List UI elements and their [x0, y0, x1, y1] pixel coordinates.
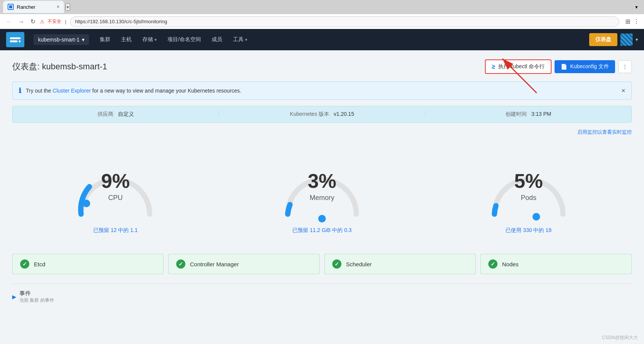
- nav-item-tools[interactable]: 工具 ▾: [228, 34, 252, 45]
- main-content: 仪表盘: kubemsb-smart-1 ≥ 执行 kubectl 命令行 📄 …: [0, 50, 644, 313]
- pods-percent: 5%: [514, 170, 543, 192]
- favicon: [8, 4, 14, 10]
- more-options-button[interactable]: ⋮: [618, 60, 632, 73]
- svg-rect-2: [8, 34, 22, 45]
- controller-manager-status-card: ✓ Controller Manager: [168, 254, 320, 274]
- header-actions: ≥ 执行 kubectl 命令行 📄 Kubeconfig 文件 ⋮: [485, 59, 632, 74]
- dashboard-button[interactable]: 仪表盘: [589, 33, 617, 46]
- nodes-status-label: Nodes: [502, 261, 518, 267]
- etcd-status-card: ✓ Etcd: [12, 254, 164, 274]
- svg-rect-5: [19, 40, 21, 42]
- separator: |: [65, 19, 66, 24]
- nav-item-hosts[interactable]: 主机: [116, 34, 136, 45]
- scheduler-status-label: Scheduler: [346, 261, 372, 267]
- kubeconfig-icon: 📄: [561, 64, 567, 70]
- cluster-explorer-link[interactable]: Cluster Explorer: [53, 88, 91, 94]
- storage-dropdown-chevron: ▾: [155, 37, 157, 42]
- user-avatar[interactable]: [620, 34, 633, 46]
- memory-sublabel: 已预留 11.2 GiB 中的 0.3: [292, 227, 352, 234]
- pods-sublabel: 已使用 330 中的 18: [505, 227, 552, 234]
- banner-close-button[interactable]: ×: [621, 87, 625, 95]
- kubectl-icon: ≥: [492, 63, 495, 70]
- app-logo: [6, 32, 24, 47]
- svg-rect-3: [10, 37, 21, 39]
- pods-gauge-text: 5% Pods: [514, 170, 543, 202]
- kubeconfig-label: Kubeconfig 文件: [570, 63, 609, 70]
- controller-manager-status-label: Controller Manager: [190, 261, 239, 267]
- info-icon: ℹ: [19, 86, 21, 95]
- events-title-group: 事件 当前 集群 的事件: [19, 290, 54, 304]
- etcd-status-label: Etcd: [34, 261, 45, 267]
- back-button[interactable]: ←: [5, 17, 14, 27]
- pods-gauge: 5% Pods 已使用 330 中的 18: [472, 149, 586, 234]
- events-title: 事件: [19, 290, 54, 297]
- etcd-status-icon: ✓: [20, 259, 29, 269]
- tab-dropdown[interactable]: ▾: [632, 3, 641, 11]
- scheduler-status-card: ✓ Scheduler: [324, 254, 476, 274]
- svg-point-8: [83, 200, 90, 207]
- browser-tab[interactable]: Rancher ×: [3, 1, 64, 13]
- kubeconfig-button[interactable]: 📄 Kubeconfig 文件: [555, 60, 615, 73]
- svg-rect-4: [10, 40, 18, 42]
- cpu-label: CPU: [101, 194, 130, 202]
- created-time-info: 创建时间 3:13 PM: [426, 111, 631, 118]
- scheduler-status-icon: ✓: [332, 259, 341, 269]
- gauges-section: 9% CPU 已预留 12 中的 1.1 3%: [12, 142, 632, 242]
- nav-right: 仪表盘 ▾: [589, 33, 638, 46]
- watermark: CSDN@慈闲大大: [602, 334, 638, 341]
- controller-manager-status-icon: ✓: [176, 259, 185, 269]
- cpu-sublabel: 已预留 12 中的 1.1: [93, 227, 138, 234]
- nav-item-projects[interactable]: 项目/命名空间: [163, 34, 206, 45]
- reload-button[interactable]: ↻: [29, 16, 37, 27]
- memory-label: Memory: [308, 194, 336, 202]
- cluster-name: kubemsb-smart-1: [38, 37, 80, 43]
- user-dropdown-chevron[interactable]: ▾: [636, 37, 638, 42]
- info-text: Try out the Cluster Explorer for a new w…: [26, 88, 241, 94]
- browser-menu-button[interactable]: ⋮: [633, 18, 639, 25]
- security-warning-icon: ⚠: [40, 19, 45, 24]
- page-title: 仪表盘: kubemsb-smart-1: [12, 61, 107, 72]
- kubectl-label: 执行 kubectl 命令行: [498, 63, 545, 70]
- cpu-gauge: 9% CPU 已预留 12 中的 1.1: [58, 149, 172, 234]
- cluster-info-bar: 供应商 自定义 Kubernetes 版本 v1.20.15 创建时间 3:13…: [12, 106, 632, 123]
- events-subtitle: 当前 集群 的事件: [19, 297, 54, 304]
- nav-item-storage[interactable]: 存储 ▾: [138, 34, 161, 45]
- memory-gauge: 3% Memory 已预留 11.2 GiB 中的 0.3: [265, 149, 379, 234]
- cpu-gauge-text: 9% CPU: [101, 170, 130, 202]
- memory-gauge-wrapper: 3% Memory: [276, 149, 368, 226]
- cpu-gauge-wrapper: 9% CPU: [70, 149, 161, 226]
- page-header: 仪表盘: kubemsb-smart-1 ≥ 执行 kubectl 命令行 📄 …: [12, 59, 632, 74]
- address-bar[interactable]: [70, 16, 619, 27]
- nodes-status-card: ✓ Nodes: [480, 254, 632, 274]
- enable-monitoring-link[interactable]: 启用监控以查看实时监控: [12, 129, 632, 136]
- svg-point-9: [318, 215, 326, 222]
- status-cards: ✓ Etcd ✓ Controller Manager ✓ Scheduler …: [12, 254, 632, 274]
- events-expand-icon: ▶: [12, 294, 16, 300]
- svg-rect-1: [9, 5, 12, 8]
- kubectl-button[interactable]: ≥ 执行 kubectl 命令行: [485, 59, 552, 74]
- nav-item-members[interactable]: 成员: [207, 34, 227, 45]
- events-section: ▶ 事件 当前 集群 的事件: [12, 283, 632, 304]
- events-header[interactable]: ▶ 事件 当前 集群 的事件: [12, 290, 632, 304]
- info-banner: ℹ Try out the Cluster Explorer for a new…: [12, 82, 632, 100]
- provider-info: 供应商 自定义: [13, 111, 219, 118]
- forward-button[interactable]: →: [17, 17, 26, 27]
- pods-gauge-wrapper: 5% Pods: [483, 149, 574, 226]
- memory-percent: 3%: [308, 170, 336, 192]
- extensions-button[interactable]: ⊞: [625, 18, 630, 25]
- k8s-version-info: Kubernetes 版本 v1.20.15: [219, 111, 425, 118]
- top-navigation: kubemsb-smart-1 ▾ 集群 主机 存储 ▾ 项目/命名空间 成员 …: [0, 29, 644, 50]
- tools-dropdown-chevron: ▾: [245, 37, 247, 42]
- pods-label: Pods: [514, 194, 543, 202]
- nodes-status-icon: ✓: [488, 259, 497, 269]
- new-tab-button[interactable]: +: [65, 3, 70, 11]
- svg-point-10: [532, 213, 540, 221]
- memory-gauge-text: 3% Memory: [308, 170, 336, 202]
- tab-label: Rancher: [17, 4, 35, 10]
- nav-menu: 集群 主机 存储 ▾ 项目/命名空间 成员 工具 ▾: [95, 34, 583, 45]
- cpu-percent: 9%: [101, 170, 130, 192]
- nav-item-cluster[interactable]: 集群: [95, 34, 115, 45]
- cluster-selector[interactable]: kubemsb-smart-1 ▾: [33, 34, 89, 45]
- tab-close-btn[interactable]: ×: [57, 4, 59, 10]
- insecure-label: 不安全: [48, 18, 61, 25]
